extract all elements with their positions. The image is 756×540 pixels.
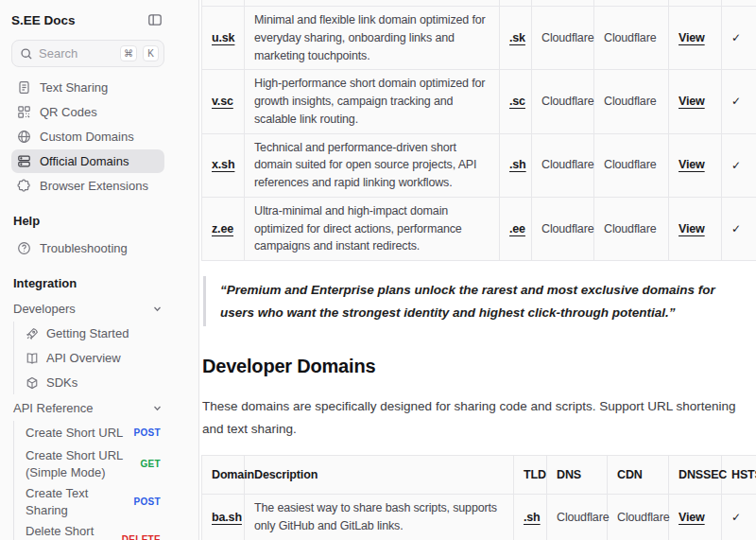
app-title: S.EE Docs — [11, 13, 76, 27]
sidebar-item-custom-domains[interactable]: Custom Domains — [11, 125, 164, 148]
cdn-value: Cloudflare — [594, 70, 669, 133]
domain-description: High-performance short domain optimized … — [245, 70, 500, 133]
app-window: S.EE Docs ⌘ K Text Sharing QR Codes — [0, 0, 756, 540]
sidebar-nav: Text Sharing QR Codes Custom Domains Off… — [11, 76, 164, 198]
hsts-check: ✓ — [722, 7, 756, 70]
sidebar-item-create-text-sharing[interactable]: Create Text Sharing POST — [22, 483, 164, 520]
hsts-check: ✓ — [722, 70, 756, 133]
developers-sub-list: Getting Started API Overview SDKs — [13, 322, 164, 394]
sidebar-item-label: Create Short URL (Simple Mode) — [26, 447, 133, 480]
chevron-down-icon — [152, 304, 163, 314]
search-icon — [20, 47, 33, 61]
dnssec-view-link[interactable]: View — [679, 158, 705, 171]
section-heading-help: Help — [13, 214, 164, 228]
tld-link[interactable]: .sk — [509, 31, 525, 44]
chevron-down-icon — [152, 403, 163, 413]
sidebar-item-official-domains[interactable]: Official Domains — [11, 149, 164, 173]
sidebar-item-label: Official Domains — [40, 154, 129, 168]
hsts-check: ✓ — [722, 495, 756, 540]
document-icon — [17, 80, 31, 95]
sidebar-item-troubleshooting[interactable]: Troubleshooting — [11, 236, 164, 260]
sidebar-item-text-sharing[interactable]: Text Sharing — [11, 76, 164, 99]
domain-description: Technical and performance-driven short d… — [245, 133, 500, 197]
dns-value: Cloudflare — [532, 70, 594, 133]
method-badge: GET — [141, 459, 161, 469]
dns-value: Cloudflare — [532, 7, 594, 70]
sidebar-item-label: Custom Domains — [40, 130, 134, 144]
column-header: TLD — [514, 455, 547, 495]
column-header: CDN — [608, 455, 669, 495]
sidebar-item-label: Text Sharing — [40, 80, 108, 95]
question-circle-icon — [17, 241, 31, 255]
sidebar-item-label: Browser Extensions — [40, 179, 148, 193]
sidebar-item-create-short-url[interactable]: Create Short URL POST — [22, 421, 164, 444]
domain-link[interactable]: x.sh — [212, 158, 234, 171]
sidebar-item-label: QR Codes — [40, 105, 97, 119]
main-content: u.sk Minimal and flexible link domain op… — [199, 0, 756, 540]
dnssec-view-link[interactable]: View — [679, 95, 705, 108]
sidebar-item-label: Create Short URL — [26, 425, 127, 442]
domain-link[interactable]: u.sk — [212, 31, 234, 44]
sidebar-item-qr-codes[interactable]: QR Codes — [11, 100, 164, 124]
tld-link[interactable]: .sh — [509, 158, 526, 171]
section-heading-integration: Integration — [13, 276, 164, 290]
rocket-icon — [26, 327, 39, 340]
domain-description: The easiest way to share bash scripts, s… — [245, 495, 514, 540]
sidebar-item-create-short-url-simple[interactable]: Create Short URL (Simple Mode) GET — [22, 445, 164, 482]
cmd-key-chip: ⌘ — [120, 45, 137, 61]
dns-value: Cloudflare — [532, 197, 594, 260]
tld-link[interactable]: .sh — [524, 511, 541, 524]
search-input[interactable] — [39, 46, 114, 61]
sidebar-item-browser-extensions[interactable]: Browser Extensions — [11, 174, 164, 198]
tld-link[interactable]: .sc — [509, 95, 525, 108]
group-api-reference[interactable]: API Reference — [11, 396, 164, 420]
cube-icon — [26, 376, 39, 390]
method-badge: POST — [134, 427, 161, 438]
sidebar-item-label: SDKs — [46, 375, 161, 392]
dnssec-view-link[interactable]: View — [679, 31, 705, 44]
server-stack-icon — [17, 154, 31, 168]
domain-link[interactable]: v.sc — [212, 95, 233, 108]
sidebar: S.EE Docs ⌘ K Text Sharing QR Codes — [0, 0, 199, 540]
table-row: x.sh Technical and performance-driven sh… — [202, 133, 756, 197]
hsts-check: ✓ — [722, 133, 756, 197]
search-box[interactable]: ⌘ K — [11, 40, 164, 67]
group-label: Developers — [13, 302, 76, 316]
sidebar-item-getting-started[interactable]: Getting Started — [22, 322, 164, 345]
dnssec-view-link[interactable]: View — [679, 222, 705, 235]
dns-value: Cloudflare — [532, 133, 594, 197]
column-header: DNSSEC — [669, 455, 722, 495]
page-title: Developer Domains — [202, 356, 756, 377]
developer-domains-table: Domain Description TLD DNS CDN DNSSEC HS… — [201, 455, 756, 540]
table-row: v.sc High-performance short domain optim… — [202, 70, 756, 133]
dns-value: Cloudflare — [547, 495, 608, 540]
domain-description: Minimal and flexible link domain optimiz… — [245, 7, 500, 70]
hsts-check: ✓ — [722, 197, 756, 260]
collapse-sidebar-button[interactable] — [146, 10, 164, 29]
group-developers[interactable]: Developers — [11, 297, 164, 321]
table-row: u.sk Minimal and flexible link domain op… — [202, 7, 756, 70]
tld-link[interactable]: .ee — [509, 222, 525, 235]
sidebar-item-delete-short-url[interactable]: Delete Short URL DELETE — [22, 521, 164, 540]
sidebar-item-sdks[interactable]: SDKs — [22, 371, 164, 394]
cdn-value: Cloudflare — [608, 495, 669, 540]
table-header-row: Domain Description TLD DNS CDN DNSSEC HS… — [202, 455, 756, 495]
domain-link[interactable]: ba.sh — [212, 511, 242, 524]
sidebar-item-label: API Overview — [46, 350, 161, 367]
domain-link[interactable]: z.ee — [212, 222, 233, 235]
sidebar-item-api-overview[interactable]: API Overview — [22, 346, 164, 370]
dnssec-view-link[interactable]: View — [679, 511, 705, 524]
k-key-chip: K — [143, 45, 159, 61]
official-domains-table: u.sk Minimal and flexible link domain op… — [201, 0, 756, 261]
column-header: Description — [245, 455, 514, 495]
globe-icon — [17, 130, 31, 144]
cdn-value: Cloudflare — [594, 7, 669, 70]
domain-description: Ultra-minimal and high-impact domain opt… — [245, 197, 500, 260]
sidebar-item-label: Troubleshooting — [40, 241, 128, 255]
sidebar-header: S.EE Docs — [11, 9, 164, 30]
sidebar-item-label: Delete Short URL — [26, 523, 114, 540]
column-header: DNS — [547, 455, 608, 495]
premium-quote: “Premium and Enterprise plans unlock the… — [203, 276, 756, 326]
panel-toggle-icon — [147, 12, 163, 27]
table-row: z.ee Ultra-minimal and high-impact domai… — [202, 197, 756, 260]
